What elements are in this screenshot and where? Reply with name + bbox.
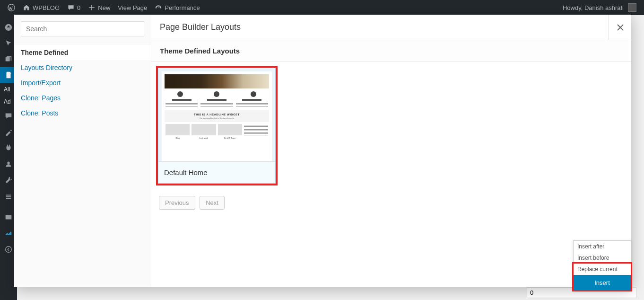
view-page-label: View Page <box>118 4 147 11</box>
sidebar-list: Theme Defined Layouts Directory Import/E… <box>14 42 151 124</box>
avatar <box>628 3 636 12</box>
layout-title: Default Home <box>158 161 275 183</box>
comments[interactable]: 0 <box>63 0 84 15</box>
performance[interactable]: Performance <box>151 0 203 15</box>
layouts-modal: Theme Defined Layouts Directory Import/E… <box>14 15 631 287</box>
thumb-headline: THIS IS A HEADLINE WIDGET <box>166 113 267 116</box>
insert-panel: Insert after Insert before Replace curre… <box>573 240 631 291</box>
insert-button[interactable]: Insert <box>574 275 631 290</box>
modal-sidebar: Theme Defined Layouts Directory Import/E… <box>14 15 151 287</box>
opt-insert-after[interactable]: Insert after <box>574 241 631 252</box>
thumb-sub: the sub-headline text of the top element… <box>166 117 267 119</box>
wp-logo[interactable] <box>4 0 19 15</box>
search-input[interactable] <box>21 21 144 36</box>
view-page[interactable]: View Page <box>114 0 151 15</box>
sidebar-item-layouts-directory[interactable]: Layouts Directory <box>14 60 151 75</box>
layout-card-default-home[interactable]: THIS IS A HEADLINE WIDGET the sub-headli… <box>158 68 276 184</box>
section-title: Theme Defined Layouts <box>151 40 631 62</box>
pagination: Previous Next <box>158 196 625 210</box>
sidebar-item-import-export[interactable]: Import/Export <box>14 75 151 90</box>
svg-point-1 <box>6 247 12 253</box>
gauge-icon <box>155 4 162 11</box>
site-home[interactable]: WPBLOG <box>19 0 63 15</box>
close-icon <box>617 24 624 31</box>
admin-bar: WPBLOG 0 New View Page Performance Howdy… <box>0 0 644 15</box>
opt-replace-current[interactable]: Replace current <box>574 264 631 275</box>
account-greeting[interactable]: Howdy, Danish ashrafi <box>559 0 640 15</box>
site-name: WPBLOG <box>33 4 60 11</box>
plus-icon <box>88 4 96 11</box>
sidebar-item-clone-posts[interactable]: Clone: Posts <box>14 106 151 121</box>
new-content[interactable]: New <box>84 0 114 15</box>
opt-insert-before[interactable]: Insert before <box>574 252 631 264</box>
sidebar-item-theme-defined[interactable]: Theme Defined <box>14 45 151 60</box>
new-label: New <box>98 4 110 11</box>
home-icon <box>23 4 30 11</box>
comment-icon <box>67 4 75 11</box>
modal-title: Page Builder Layouts <box>160 22 241 32</box>
prev-button[interactable]: Previous <box>159 196 195 210</box>
greeting-text: Howdy, Danish ashrafi <box>563 4 624 11</box>
next-button[interactable]: Next <box>200 196 225 210</box>
layout-thumbnail: THIS IS A HEADLINE WIDGET the sub-headli… <box>162 71 272 161</box>
comments-count: 0 <box>77 4 80 11</box>
close-button[interactable] <box>609 15 631 40</box>
modal-header: Page Builder Layouts <box>151 15 631 40</box>
sidebar-item-clone-pages[interactable]: Clone: Pages <box>14 90 151 106</box>
performance-label: Performance <box>165 4 200 11</box>
modal-main: Page Builder Layouts Theme Defined Layou… <box>151 15 631 287</box>
wordpress-icon <box>8 4 15 11</box>
